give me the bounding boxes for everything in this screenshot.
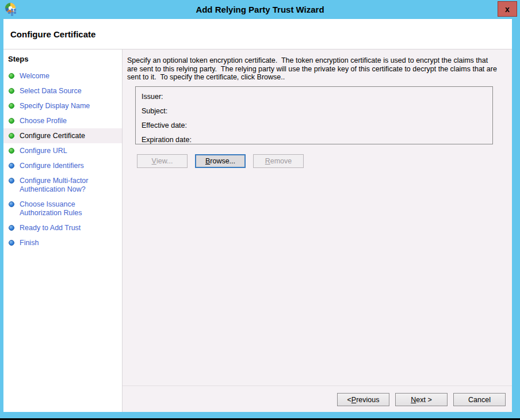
step-done-dot-icon: [9, 148, 14, 154]
step-done-dot-icon: [9, 133, 14, 139]
certificate-details-box: Issuer:Subject:Effective date:Expiration…: [135, 86, 493, 144]
step-item-choose-profile: Choose Profile: [3, 113, 122, 128]
step-label: Select Data Source: [20, 87, 82, 96]
field-label: Issuer:: [142, 93, 163, 101]
step-label: Configure Certificate: [20, 132, 85, 140]
step-pending-dot-icon: [9, 225, 14, 231]
certificate-field-issuer: Issuer:: [142, 90, 492, 104]
step-label: Configure Multi-factor Authentication No…: [20, 177, 118, 194]
step-item-configure-identifiers: Configure Identifiers: [3, 158, 122, 173]
step-item-select-data-source: Select Data Source: [3, 83, 122, 98]
remove-button[interactable]: Remove: [253, 154, 304, 168]
certificate-field-effective-date: Effective date:: [142, 119, 492, 133]
main-pane: Specify an optional token encryption cer…: [123, 49, 512, 412]
certificate-buttons-row: View...Browse...Remove: [137, 154, 503, 168]
steps-sidebar: Steps WelcomeSelect Data SourceSpecify D…: [3, 49, 123, 412]
previous-button[interactable]: < Previous: [337, 393, 389, 406]
next-button[interactable]: Next >: [395, 393, 448, 406]
step-pending-dot-icon: [9, 201, 14, 207]
step-label: Choose Profile: [20, 117, 67, 125]
step-label: Finish: [20, 239, 39, 247]
certificate-field-expiration-date: Expiration date:: [142, 133, 492, 147]
step-item-configure-certificate: Configure Certificate: [3, 128, 122, 143]
title-bar: Add Relying Party Trust Wizard x: [0, 0, 520, 19]
step-pending-dot-icon: [9, 163, 14, 169]
field-label: Effective date:: [142, 121, 187, 129]
step-pending-dot-icon: [9, 178, 14, 184]
step-item-specify-display-name: Specify Display Name: [3, 98, 122, 113]
step-done-dot-icon: [9, 118, 14, 124]
steps-list: WelcomeSelect Data SourceSpecify Display…: [3, 68, 122, 250]
step-item-finish: Finish: [3, 235, 122, 250]
step-pending-dot-icon: [9, 240, 14, 246]
field-label: Subject:: [142, 107, 167, 115]
step-label: Ready to Add Trust: [20, 224, 81, 232]
step-done-dot-icon: [9, 73, 14, 79]
wizard-client-area: Configure Certificate Steps WelcomeSelec…: [3, 19, 512, 412]
footer-buttons-row: < PreviousNext >Cancel: [337, 393, 506, 406]
step-label: Specify Display Name: [20, 102, 90, 110]
step-item-welcome: Welcome: [3, 68, 122, 83]
cancel-button[interactable]: Cancel: [453, 393, 506, 406]
field-label: Expiration date:: [142, 136, 192, 144]
wizard-window: Add Relying Party Trust Wizard x Configu…: [0, 0, 520, 418]
view-button[interactable]: View...: [137, 154, 188, 168]
footer-divider: [123, 385, 512, 386]
page-title: Configure Certificate: [3, 29, 95, 39]
window-title: Add Relying Party Trust Wizard: [0, 5, 520, 14]
close-button[interactable]: x: [498, 1, 517, 17]
certificate-field-subject: Subject:: [142, 104, 492, 119]
adfs-wizard-icon: [5, 2, 18, 16]
step-item-ready-to-add-trust: Ready to Add Trust: [3, 220, 122, 235]
close-icon: x: [505, 5, 510, 13]
step-done-dot-icon: [9, 103, 14, 109]
step-label: Choose Issuance Authorization Rules: [20, 200, 118, 217]
browse-button[interactable]: Browse...: [195, 154, 246, 168]
steps-heading: Steps: [3, 55, 122, 64]
page-header: Configure Certificate: [3, 19, 512, 49]
step-item-choose-issuance-authorization-rules: Choose Issuance Authorization Rules: [3, 197, 122, 220]
step-done-dot-icon: [9, 88, 14, 94]
step-label: Configure Identifiers: [20, 162, 84, 170]
step-item-configure-url: Configure URL: [3, 143, 122, 158]
step-item-configure-multi-factor-authentication-now: Configure Multi-factor Authentication No…: [3, 173, 122, 197]
step-label: Configure URL: [20, 147, 67, 155]
instruction-text: Specify an optional token encryption cer…: [127, 56, 500, 82]
step-label: Welcome: [20, 72, 49, 81]
